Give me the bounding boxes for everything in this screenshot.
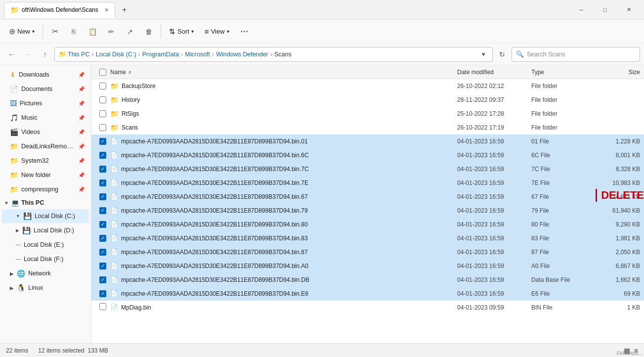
file-row[interactable]: 📄 mpcache-A7ED0993AADA2815D30E3422B11E87… (91, 259, 644, 273)
documents-icon: 📄 (10, 85, 18, 93)
new-button[interactable]: ⊕ New ▾ (4, 23, 40, 41)
breadcrumb-bar[interactable]: 📁 This PC › Local Disk (C:) › ProgramDat… (54, 47, 493, 62)
checkbox-file-3[interactable] (99, 179, 106, 186)
add-tab-button[interactable]: + (117, 2, 132, 17)
checkbox-file-12[interactable] (99, 303, 106, 312)
this-pc-section[interactable]: ▼ 💻 This PC (0, 197, 91, 209)
sidebar-item-music[interactable]: 🎵 Music 📌 (2, 111, 89, 125)
file-row[interactable]: 📄 mpcache-A7ED0993AADA2815D30E3422B11E87… (91, 218, 644, 231)
linux-icon: 🐧 (17, 284, 25, 292)
paste-button[interactable]: 📋 (84, 23, 101, 41)
minimize-button[interactable]: ─ (570, 2, 593, 18)
checkbox-file-9[interactable] (99, 263, 106, 269)
refresh-button[interactable]: ↻ (495, 47, 510, 62)
more-button[interactable]: ⋯ (235, 23, 253, 41)
folder-row-rtsigs[interactable]: 📁RtSigs 25-10-2022 17:28 File folder (91, 107, 644, 121)
file-row[interactable]: 📄 mpcache-A7ED0993AADA2815D30E3422B11E87… (91, 162, 644, 176)
checkbox-file-11[interactable] (99, 290, 106, 297)
checkbox-file-5[interactable] (99, 207, 106, 214)
view-button[interactable]: ≡ View ▾ (200, 23, 234, 41)
breadcrumb-programdata[interactable]: ProgramData (142, 51, 179, 58)
sidebar-item-new-folder[interactable]: 📁 New folder 📌 (2, 168, 89, 182)
search-box[interactable]: 🔍 Search Scans (512, 47, 640, 62)
checkbox-file-1[interactable] (99, 152, 106, 159)
sidebar-item-system32[interactable]: 📁 System32 📌 (2, 154, 89, 168)
checkbox-backupstore[interactable] (99, 83, 106, 89)
tab-active[interactable]: 📁 oft\Windows Defender\Scans ✕ (4, 2, 115, 18)
breadcrumb-this-pc[interactable]: This PC (68, 51, 89, 58)
tab-label: oft\Windows Defender\Scans (22, 6, 98, 13)
sidebar-item-local-disk-d[interactable]: ▶ 💾 Local Disk (D:) (2, 223, 89, 237)
file-row[interactable]: 📄 mpcache-A7ED0993AADA2815D30E3422B11E87… (91, 176, 644, 190)
filename-10: mpcache-A7ED0993AADA2815D30E3422B11E87D8… (121, 276, 309, 283)
checkbox-file-8[interactable] (99, 249, 106, 256)
checkbox-rtsigs[interactable] (99, 110, 106, 117)
sidebar-item-network[interactable]: ▶ 🌐 Network (2, 267, 89, 280)
sidebar-item-local-disk-e[interactable]: ─ Local Disk (E:) (2, 238, 89, 252)
view-label: View (211, 28, 225, 35)
header-size[interactable]: Size (596, 69, 640, 76)
select-all-checkbox[interactable] (99, 69, 106, 76)
delete-button[interactable]: 🗑 (140, 23, 158, 41)
file-row[interactable]: 📄 mpcache-A7ED0993AADA2815D30E3422B11E87… (91, 204, 644, 218)
size-3: 10,983 KB (596, 179, 640, 186)
checkbox-file-2[interactable] (99, 166, 106, 173)
file-row[interactable]: 📄 mpcache-A7ED0993AADA2815D30E3422B11E87… (91, 148, 644, 162)
file-row[interactable]: 📄 mpcache-A7ED0993AADA2815D30E3422B11E87… (91, 245, 644, 259)
file-row[interactable]: 📄 mpcache-A7ED0993AADA2815D30E3422B11E87… (91, 287, 644, 301)
header-name-label: Name (110, 69, 126, 76)
breadcrumb-microsoft[interactable]: Microsoft (185, 51, 210, 58)
header-date[interactable]: Date modified (457, 69, 531, 76)
folder-row-history[interactable]: 📁History 28-11-2022 09:37 File folder (91, 93, 644, 107)
header-type[interactable]: Type (531, 69, 596, 76)
checkbox-file-6[interactable] (99, 221, 106, 228)
new-folder-icon: 📁 (10, 171, 18, 179)
type-6: 80 File (531, 221, 596, 228)
file-icon-5: 📄 (110, 207, 118, 214)
paste-icon: 📋 (88, 28, 97, 36)
sidebar-item-downloads[interactable]: ⬇ Downloads 📌 (2, 68, 89, 82)
up-button[interactable]: ↑ (38, 47, 52, 62)
expand-c-icon: ▼ (16, 214, 20, 219)
folder-row-scans[interactable]: 📁Scans 26-10-2022 17:19 File folder (91, 121, 644, 134)
file-row[interactable]: 📄 mpcache-A7ED0993AADA2815D30E3422B11E87… (91, 273, 644, 287)
checkbox-file-4[interactable] (99, 193, 106, 200)
filename-history: History (122, 96, 140, 103)
sidebar-item-deadlinks[interactable]: 📁 DeadLinksRemover 📌 (2, 139, 89, 153)
breadcrumb-dropdown-icon[interactable]: ▾ (478, 49, 488, 59)
header-type-label: Type (531, 69, 544, 76)
close-button[interactable]: ✕ (617, 2, 640, 18)
checkbox-file-7[interactable] (99, 235, 106, 242)
folder-row-backupstore[interactable]: 📁BackupStore 26-10-2022 02:12 File folde… (91, 79, 644, 93)
share-button[interactable]: ↗ (121, 23, 139, 41)
sort-button[interactable]: ⇅ Sort ▾ (164, 23, 199, 41)
checkbox-scans[interactable] (99, 124, 106, 131)
sidebar-item-compresspng[interactable]: 📁 compresspng 📌 (2, 182, 89, 196)
file-list-header: Name ∧ Date modified Type Size (91, 65, 644, 79)
file-row[interactable]: 📄 mpcache-A7ED0993AADA2815D30E3422B11E87… (91, 231, 644, 245)
item-count: 22 items (6, 347, 28, 354)
checkbox-file-10[interactable] (99, 276, 106, 283)
sidebar-item-documents[interactable]: 📄 Documents 📌 (2, 82, 89, 96)
sidebar-item-local-disk-c[interactable]: ▼ 💾 Local Disk (C:) (2, 209, 89, 223)
tab-close-icon[interactable]: ✕ (104, 7, 109, 13)
copy-button[interactable]: ⎘ (65, 23, 83, 41)
rename-button[interactable]: ✏ (102, 23, 120, 41)
sidebar-item-videos[interactable]: 🎬 Videos 📌 (2, 125, 89, 139)
sort-label: Sort (177, 28, 189, 35)
breadcrumb-windows-defender[interactable]: Windows Defender (216, 51, 268, 58)
checkbox-file-0[interactable] (99, 138, 106, 145)
file-row[interactable]: 📄 mpcache-A7ED0993AADA2815D30E3422B11E87… (91, 134, 644, 148)
sidebar-item-linux[interactable]: ▶ 🐧 Linux (2, 281, 89, 295)
maximize-button[interactable]: □ (594, 2, 616, 18)
sidebar-item-local-disk-f[interactable]: ─ Local Disk (F:) (2, 252, 89, 266)
sidebar-item-pictures[interactable]: 🖼 Pictures 📌 (2, 96, 89, 110)
header-name[interactable]: Name ∧ (110, 69, 457, 76)
size-12: 1 KB (596, 304, 640, 311)
cut-button[interactable]: ✂ (46, 23, 64, 41)
breadcrumb-local-disk-c[interactable]: Local Disk (C:) (96, 51, 136, 58)
back-button[interactable]: ← (4, 47, 19, 62)
file-row[interactable]: 📄 mpcache-A7ED0993AADA2815D30E3422B11E87… (91, 190, 644, 204)
file-row[interactable]: 📄 MpDiag.bin 04-01-2023 09:59 BIN File 1… (91, 301, 644, 314)
checkbox-history[interactable] (99, 96, 106, 103)
